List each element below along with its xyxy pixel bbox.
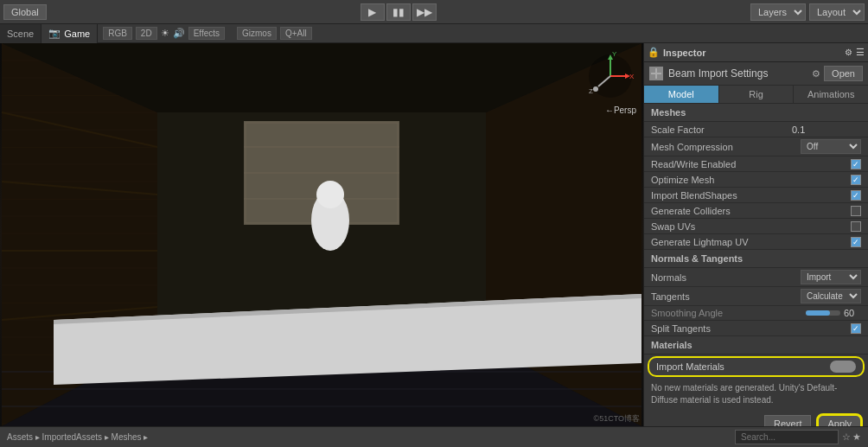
normals-section-header: Normals & Tangents (644, 250, 868, 268)
generate-lightmap-label: Generate Lightmap UV (651, 237, 851, 247)
settings-icon[interactable]: ⚙ (845, 48, 852, 57)
import-materials-toggle[interactable] (830, 361, 856, 373)
tangents-row: Tangents Calculate (644, 287, 868, 306)
swap-uvs-checkbox[interactable] (851, 221, 861, 232)
optimize-mesh-row: Optimize Mesh (644, 172, 868, 188)
no-materials-text: No new materials are generated. Unity's … (644, 379, 868, 410)
apply-button[interactable]: Apply (816, 413, 863, 426)
scale-factor-row: Scale Factor 0.1 (644, 122, 868, 137)
beam-title: Beam Import Settings (668, 67, 812, 80)
split-tangents-label: Split Tangents (651, 323, 851, 334)
2d-button[interactable]: 2D (136, 27, 157, 40)
global-button[interactable]: Global (3, 4, 47, 20)
read-write-row: Read/Write Enabled (644, 156, 868, 172)
read-write-label: Read/Write Enabled (651, 159, 851, 169)
import-materials-label: Import Materials (656, 361, 830, 372)
smoothing-slider[interactable] (806, 310, 840, 316)
mesh-compression-label: Mesh Compression (651, 142, 801, 152)
settings2-icon[interactable]: ⚙ (812, 68, 820, 80)
scale-factor-label: Scale Factor (651, 125, 792, 135)
swap-uvs-label: Swap UVs (651, 221, 851, 232)
tangents-label: Tangents (651, 291, 801, 302)
viewport[interactable]: Y X Z ←Persp ©51CTO博客 (0, 43, 643, 426)
scale-factor-value: 0.1 (792, 125, 861, 135)
game-tab-label: Game (64, 29, 90, 39)
play-controls: ▶ ▮▮ ▶▶ (361, 3, 437, 21)
rgb-button[interactable]: RGB (103, 27, 132, 40)
qcall-button[interactable]: Q+All (280, 27, 312, 40)
svg-point-35 (593, 86, 598, 92)
lock-icon: 🔒 (648, 47, 660, 58)
search-input[interactable] (735, 430, 839, 444)
revert-button[interactable]: Revert (764, 415, 811, 426)
inspector-header: 🔒 Inspector ⚙ ☰ (644, 43, 868, 62)
optimize-mesh-label: Optimize Mesh (651, 175, 851, 185)
star-icon[interactable]: ★ (852, 431, 861, 443)
bottom-bar: Assets ▸ ImportedAssets ▸ Meshes ▸ ☆ ★ (0, 426, 868, 447)
scene-tab[interactable]: Scene (0, 24, 41, 43)
svg-text:Z: Z (589, 87, 593, 95)
tab-row: Model Rig Animations (644, 86, 868, 104)
normals-dropdown[interactable]: Import (801, 270, 861, 284)
persp-label: ←Persp (605, 105, 636, 115)
right-panel: 🔒 Inspector ⚙ ☰ Beam Import Settings ⚙ O… (643, 43, 868, 426)
sun-icon: ☀ (161, 28, 169, 39)
layout-dropdown[interactable]: Layout (809, 3, 865, 21)
optimize-mesh-checkbox[interactable] (851, 175, 861, 185)
smoothing-angle-row: Smoothing Angle 60 (644, 306, 868, 321)
swap-uvs-row: Swap UVs (644, 219, 868, 234)
axis-widget: Y X Z (584, 50, 636, 102)
generate-lightmap-row: Generate Lightmap UV (644, 234, 868, 250)
bookmark-icon[interactable]: ☆ (842, 431, 851, 443)
svg-point-20 (316, 181, 344, 208)
inspector-content: Beam Import Settings ⚙ Open Model Rig An… (644, 62, 868, 426)
action-row: Revert Apply (644, 410, 868, 426)
tab-model[interactable]: Model (644, 86, 719, 103)
inspector-title: Inspector (663, 48, 706, 58)
mesh-compression-row: Mesh Compression Off (644, 137, 868, 156)
watermark: ©51CTO博客 (594, 413, 640, 425)
import-blend-row: Import BlendShapes (644, 188, 868, 203)
tab-animations[interactable]: Animations (794, 86, 868, 103)
scene-bar: Scene 📷 Game RGB 2D ☀ 🔊 Effects Gizmos Q… (0, 24, 868, 43)
svg-text:Y: Y (612, 50, 617, 58)
import-blend-checkbox[interactable] (851, 190, 861, 201)
import-blend-label: Import BlendShapes (651, 190, 851, 201)
read-write-checkbox[interactable] (851, 159, 861, 169)
game-tab[interactable]: 📷 Game (41, 24, 98, 43)
camera-icon: 📷 (48, 28, 61, 39)
menu-icon[interactable]: ☰ (856, 47, 865, 58)
top-bar: Global ▶ ▮▮ ▶▶ Layers Layout (0, 0, 868, 24)
mesh-compression-dropdown[interactable]: Off (801, 139, 861, 154)
smoothing-value: 60 (844, 308, 861, 318)
svg-text:X: X (629, 73, 635, 80)
scene-svg (0, 43, 643, 426)
layers-dropdown[interactable]: Layers (750, 3, 806, 21)
normals-row: Normals Import (644, 268, 868, 287)
gizmos-button[interactable]: Gizmos (237, 27, 277, 40)
smoothing-label: Smoothing Angle (651, 308, 806, 318)
split-tangents-row: Split Tangents (644, 321, 868, 336)
materials-section-header: Materials (644, 336, 868, 354)
effects-button[interactable]: Effects (188, 27, 225, 40)
breadcrumb: Assets ▸ ImportedAssets ▸ Meshes ▸ (7, 432, 148, 442)
scene-options: RGB 2D ☀ 🔊 Effects Gizmos Q+All (98, 27, 317, 40)
split-tangents-checkbox[interactable] (851, 323, 861, 334)
meshes-section-header: Meshes (644, 104, 868, 122)
beam-header: Beam Import Settings ⚙ Open (644, 62, 868, 86)
sound-icon: 🔊 (173, 28, 185, 39)
normals-label: Normals (651, 272, 801, 283)
tab-rig[interactable]: Rig (719, 86, 795, 103)
play-button[interactable]: ▶ (361, 3, 385, 21)
main-area: Y X Z ←Persp ©51CTO博客 🔒 Inspector ⚙ ☰ (0, 43, 868, 426)
generate-colliders-checkbox[interactable] (851, 206, 861, 216)
pause-button[interactable]: ▮▮ (386, 3, 411, 21)
generate-colliders-label: Generate Colliders (651, 206, 851, 216)
import-materials-row: Import Materials (648, 356, 865, 377)
generate-colliders-row: Generate Colliders (644, 203, 868, 219)
generate-lightmap-checkbox[interactable] (851, 237, 861, 247)
step-button[interactable]: ▶▶ (412, 3, 437, 21)
tangents-dropdown[interactable]: Calculate (801, 289, 861, 303)
open-button[interactable]: Open (824, 66, 863, 81)
beam-icon (649, 67, 663, 80)
